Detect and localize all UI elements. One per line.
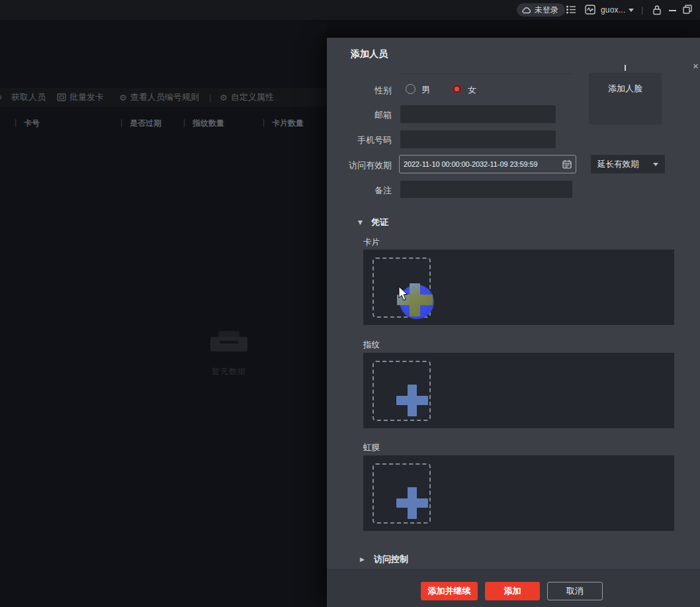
col-card-count[interactable]: 卡片数量	[272, 118, 304, 129]
dialog-title: 添加人员	[351, 48, 388, 60]
add-face-label: 添加人脸	[608, 83, 642, 95]
expand-caret-icon: ▶	[360, 556, 365, 563]
gender-female-label[interactable]: 女	[468, 84, 476, 96]
col-expired[interactable]: 是否过期	[130, 118, 161, 129]
add-button[interactable]: 添加	[485, 582, 540, 600]
credentials-section-header[interactable]: ▼ 凭证	[358, 216, 388, 228]
account-caret-down-icon[interactable]	[629, 9, 634, 12]
toolbar-custom-attributes[interactable]: ⚙ 自定义属性	[220, 91, 274, 103]
credentials-title: 凭证	[371, 216, 388, 228]
collapse-caret-icon: ▼	[358, 219, 363, 226]
cloud-icon	[521, 7, 531, 14]
gear-icon: ⚙	[220, 93, 228, 103]
dialog-footer: 添加并继续 添加 取消	[327, 570, 700, 607]
remark-field[interactable]	[400, 181, 572, 198]
add-person-dialog: 添加人员 × 性别 男 女 添加人脸 邮箱 手机号码 访问有效期 2022-11…	[327, 38, 700, 607]
personnel-toolbar: ⟲ 获取人员 批量发卡 ⚙ 查看人员编号规则 | ⚙ 自定义属性	[0, 88, 327, 107]
add-fingerprint-dropzone[interactable]	[372, 361, 431, 421]
add-and-continue-button[interactable]: 添加并继续	[421, 582, 478, 600]
fingerprint-label: 指纹	[363, 340, 380, 351]
calendar-icon[interactable]	[562, 160, 572, 169]
name-field-underline	[400, 73, 570, 74]
card-icon	[57, 93, 66, 101]
app-window: 未登录 guox... |	[0, 0, 700, 607]
title-bar: 未登录 guox... |	[0, 0, 700, 20]
toolbar-batch-issue-cards[interactable]: 批量发卡	[57, 91, 104, 103]
validity-range-field[interactable]: 2022-11-10 00:00:00-2032-11-09 23:59:59	[399, 155, 576, 173]
gender-label: 性别	[337, 85, 392, 97]
face-box-tick	[625, 65, 626, 71]
personnel-page-background: ⟲ 获取人员 批量发卡 ⚙ 查看人员编号规则 | ⚙ 自定义属性	[0, 20, 327, 607]
gear-icon: ⚙	[119, 93, 127, 103]
task-list-icon[interactable]	[566, 5, 576, 14]
close-icon[interactable]: ×	[693, 60, 699, 71]
fingerprint-panel	[363, 353, 674, 428]
minimize-button[interactable]	[669, 10, 676, 11]
refresh-icon[interactable]: ⟲	[0, 93, 1, 103]
email-label: 邮箱	[337, 109, 392, 121]
phone-label: 手机号码	[337, 134, 392, 146]
gender-male-radio[interactable]	[406, 84, 416, 94]
dropdown-caret-icon	[653, 163, 658, 166]
gender-female-radio[interactable]	[452, 84, 462, 94]
toolbar-get-personnel[interactable]: 获取人员	[11, 91, 46, 103]
access-control-section-header[interactable]: ▶ 访问控制	[360, 553, 408, 565]
restore-window-button[interactable]	[683, 5, 692, 17]
lock-icon[interactable]	[652, 5, 662, 18]
validity-value: 2022-11-10 00:00:00-2032-11-09 23:59:59	[404, 160, 562, 168]
cancel-button[interactable]: 取消	[547, 582, 603, 600]
card-label: 卡片	[363, 237, 380, 248]
col-fingerprint-count[interactable]: 指纹数量	[193, 118, 224, 129]
toolbar-view-numbering-rules[interactable]: ⚙ 查看人员编号规则	[119, 91, 199, 103]
mouse-cursor	[398, 286, 409, 301]
login-status-label: 未登录	[535, 5, 558, 16]
personnel-table-header: | 卡号 | 是否过期 | 指纹数量 | 卡片数量	[0, 118, 327, 131]
login-status-pill[interactable]: 未登录	[517, 3, 565, 17]
col-card-number[interactable]: 卡号	[24, 118, 40, 129]
validity-label: 访问有效期	[337, 160, 392, 171]
extend-validity-value: 延长有效期	[597, 159, 639, 170]
printer-icon	[196, 331, 262, 351]
empty-state-label: 暂无数据	[196, 366, 262, 377]
phone-field[interactable]	[400, 130, 556, 148]
account-menu[interactable]: guox...	[601, 5, 625, 15]
gender-male-label[interactable]: 男	[421, 84, 430, 96]
access-control-title: 访问控制	[374, 553, 408, 565]
toolbar-separator: |	[209, 93, 211, 103]
iris-panel	[363, 455, 674, 531]
add-face-button[interactable]: 添加人脸	[589, 73, 662, 124]
extend-validity-dropdown[interactable]: 延长有效期	[591, 155, 665, 173]
monitor-activity-icon[interactable]	[585, 5, 595, 15]
iris-label: 虹膜	[363, 442, 380, 453]
email-field[interactable]	[400, 105, 556, 123]
account-label: guox...	[601, 5, 625, 15]
topbar-separator: |	[641, 5, 643, 15]
card-panel	[363, 250, 674, 325]
add-iris-dropzone[interactable]	[372, 463, 431, 524]
remark-label: 备注	[337, 185, 392, 197]
empty-state: 暂无数据	[196, 331, 262, 377]
